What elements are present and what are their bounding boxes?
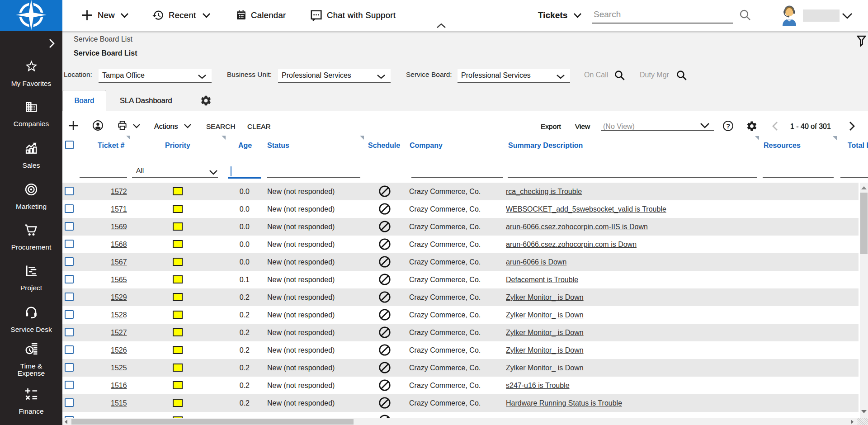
svg-text:?: ? <box>726 122 730 130</box>
